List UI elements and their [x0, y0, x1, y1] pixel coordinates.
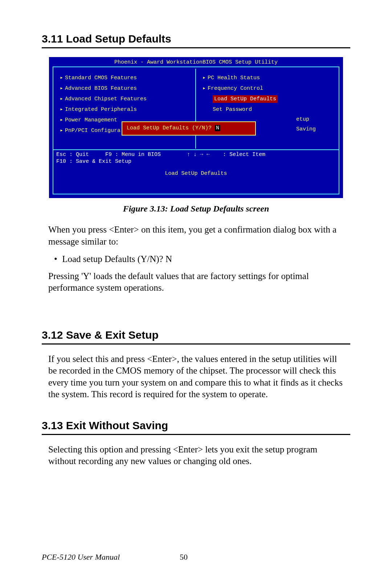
- bios-title: Phoenix - Award WorkstationBIOS CMOS Set…: [50, 58, 342, 67]
- bios-screen: Phoenix - Award WorkstationBIOS CMOS Set…: [49, 57, 343, 198]
- bios-confirm-dialog[interactable]: Load SetUp Defaults (Y/N)? N: [122, 121, 256, 136]
- bios-divider: [53, 149, 339, 150]
- bios-right-column: ▸PC Health Status ▸Frequency Control Loa…: [196, 69, 339, 149]
- menu-item-load-setup-defaults[interactable]: Load SetUp Defaults: [203, 93, 335, 105]
- triangle-right-icon: ▸: [203, 85, 208, 92]
- paragraph-text: If you select this and press <Enter>, th…: [48, 353, 344, 400]
- paragraph-text: Pressing 'Y' loads the default values th…: [48, 270, 344, 294]
- bios-left-column: ▸Standard CMOS Features ▸Advanced BIOS F…: [53, 69, 196, 149]
- paragraph-text: Selecting this option and pressing <Ente…: [48, 444, 344, 467]
- menu-item-frequency-control[interactable]: ▸Frequency Control: [203, 83, 335, 93]
- manual-page: 3.11 Load Setup Defaults Phoenix - Award…: [0, 0, 392, 588]
- section-heading-3-13: 3.13 Exit Without Saving: [42, 419, 350, 435]
- section-heading-3-12: 3.12 Save & Exit Setup: [42, 329, 350, 345]
- dialog-prompt-text: Load SetUp Defaults (Y/N)?: [127, 125, 215, 131]
- bullet-item: • Load setup Defaults (Y/N)? N: [54, 253, 344, 265]
- triangle-right-icon: ▸: [60, 74, 65, 81]
- triangle-right-icon: ▸: [60, 106, 65, 113]
- triangle-right-icon: ▸: [60, 127, 65, 134]
- bullet-dot-icon: •: [54, 253, 60, 265]
- section-heading-3-11: 3.11 Load Setup Defaults: [42, 33, 350, 48]
- menu-item-advanced-bios[interactable]: ▸Advanced BIOS Features: [60, 83, 192, 93]
- menu-item-integrated-peripherals[interactable]: ▸Integrated Peripherals: [60, 104, 192, 114]
- menu-item-advanced-chipset[interactable]: ▸Advanced Chipset Features: [60, 93, 192, 104]
- figure-caption: Figure 3.13: Load Setup Defaults screen: [42, 204, 350, 214]
- paragraph-text: When you press <Enter> on this item, you…: [48, 224, 344, 247]
- footer-book-title: PCE-5120 User Manual: [42, 552, 120, 561]
- menu-item-standard-cmos[interactable]: ▸Standard CMOS Features: [60, 72, 192, 83]
- bios-key-hints: Esc : Quit F9 : Menu in BIOS ↑ ↓ → ← : S…: [56, 152, 336, 165]
- dialog-answer-value[interactable]: N: [215, 125, 220, 131]
- triangle-right-icon: ▸: [60, 85, 65, 92]
- bios-screenshot-figure: Phoenix - Award WorkstationBIOS CMOS Set…: [49, 57, 343, 198]
- bios-item-description: Load SetUp Defaults: [50, 170, 342, 177]
- footer-page-number: 50: [180, 552, 188, 562]
- triangle-right-icon: ▸: [60, 95, 65, 102]
- menu-item-pc-health[interactable]: ▸PC Health Status: [203, 72, 335, 83]
- menu-item-set-password[interactable]: Set Password: [203, 105, 335, 114]
- page-footer: PCE-5120 User Manual 50: [42, 552, 350, 562]
- triangle-right-icon: ▸: [203, 74, 208, 81]
- bios-menu-columns: ▸Standard CMOS Features ▸Advanced BIOS F…: [53, 69, 339, 149]
- triangle-right-icon: ▸: [60, 116, 65, 123]
